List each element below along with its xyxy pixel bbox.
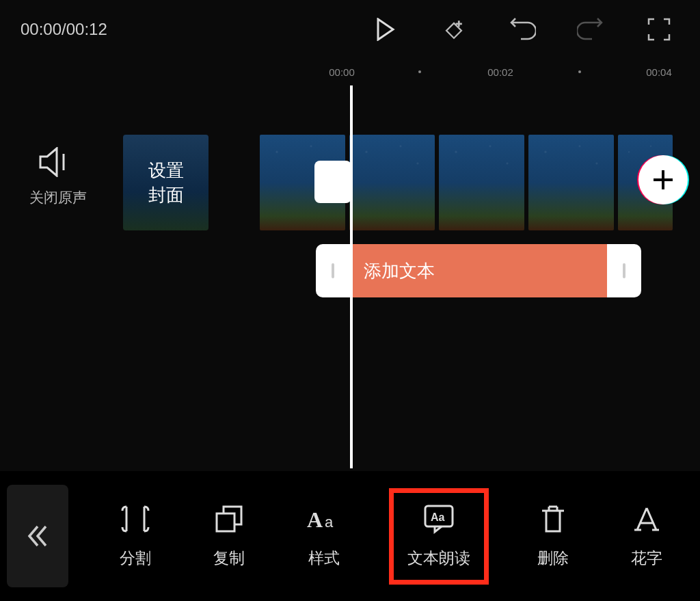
- copy-tool[interactable]: 复制: [200, 493, 258, 580]
- timeline-ruler[interactable]: 00:00 00:02 00:04: [0, 58, 700, 85]
- split-tool[interactable]: 分割: [106, 493, 165, 580]
- text-clip-label: 添加文本: [364, 259, 435, 283]
- delete-icon: [539, 504, 567, 534]
- delete-tool[interactable]: 删除: [524, 493, 582, 580]
- ruler-mark: 00:00: [329, 66, 355, 78]
- text-clip-left-handle[interactable]: [316, 244, 350, 297]
- cover-label: 设置 封面: [148, 158, 184, 208]
- playback-controls: [372, 16, 679, 43]
- add-clip-button[interactable]: [638, 155, 688, 204]
- style-icon: A a: [307, 504, 341, 534]
- split-icon: [121, 504, 150, 534]
- back-button[interactable]: [7, 485, 68, 587]
- ruler-dot: [418, 70, 421, 73]
- clip-frame[interactable]: [349, 135, 435, 230]
- fancy-text-icon: [632, 504, 662, 534]
- fullscreen-button[interactable]: [645, 16, 673, 43]
- svg-text:a: a: [325, 513, 334, 531]
- style-tool[interactable]: A a 样式: [293, 493, 355, 580]
- text-clip-right-handle[interactable]: [607, 244, 641, 297]
- text-to-speech-tool[interactable]: Aa 文本朗读: [389, 488, 489, 585]
- tool-label: 花字: [631, 548, 662, 569]
- timeline-area[interactable]: 关闭原声 设置 封面 添加文本: [0, 85, 700, 468]
- redo-button[interactable]: [577, 16, 604, 43]
- clip-frame[interactable]: [528, 135, 614, 230]
- top-toolbar: 00:00/00:12: [0, 0, 700, 58]
- fancy-text-tool[interactable]: 花字: [617, 493, 676, 580]
- speaker-icon: [21, 147, 96, 177]
- tool-label: 文本朗读: [407, 548, 470, 569]
- clip-frame[interactable]: [439, 135, 524, 230]
- bottom-toolbar: 分割 复制 A a 样式: [0, 471, 700, 601]
- tool-label: 样式: [308, 548, 340, 569]
- keyframe-button[interactable]: [440, 16, 468, 43]
- ruler-mark: 00:04: [646, 66, 672, 78]
- tool-label: 分割: [120, 548, 151, 569]
- cover-frame[interactable]: 设置 封面: [123, 135, 208, 230]
- playhead[interactable]: [350, 85, 353, 468]
- mute-label: 关闭原声: [21, 188, 96, 207]
- ruler-mark: 00:02: [487, 66, 513, 78]
- timecode: 00:00/00:12: [21, 20, 107, 39]
- svg-text:Aa: Aa: [431, 511, 445, 523]
- transition-handle[interactable]: [314, 161, 351, 203]
- play-button[interactable]: [372, 16, 399, 43]
- undo-button[interactable]: [509, 16, 536, 43]
- svg-text:A: A: [307, 507, 323, 532]
- text-clip-body[interactable]: 添加文本: [350, 244, 607, 297]
- tool-label: 删除: [537, 548, 569, 569]
- copy-icon: [214, 504, 244, 534]
- tts-icon: Aa: [421, 504, 457, 534]
- tool-label: 复制: [213, 548, 245, 569]
- text-clip[interactable]: 添加文本: [316, 244, 641, 297]
- ruler-dot: [578, 70, 581, 73]
- svg-rect-0: [217, 513, 234, 531]
- mute-control[interactable]: 关闭原声: [21, 147, 96, 207]
